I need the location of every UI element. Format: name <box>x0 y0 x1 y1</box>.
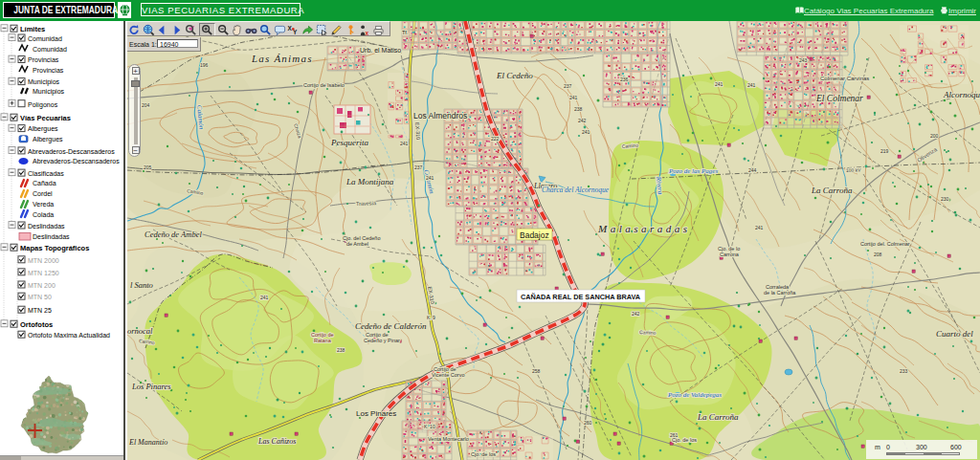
svg-text:230: 230 <box>941 196 949 202</box>
svg-text:Los Pinares: Los Pinares <box>356 409 396 418</box>
svg-text:243: 243 <box>799 57 808 63</box>
svg-text:EX-310: EX-310 <box>414 122 421 141</box>
svg-text:233: 233 <box>900 368 908 374</box>
svg-text:x: x <box>366 30 369 36</box>
svg-text:244: 244 <box>748 167 757 173</box>
svg-text:241: 241 <box>582 129 590 135</box>
svg-text:Pesquerita: Pesquerita <box>330 138 368 147</box>
svg-text:El Cedeño: El Cedeño <box>496 71 533 80</box>
svg-text:Comunidad: Comunidad <box>33 46 67 53</box>
svg-text:Cedeño y Pinar: Cedeño y Pinar <box>364 338 400 343</box>
svg-text:Badajoz: Badajoz <box>520 230 549 240</box>
svg-text:MTN 50: MTN 50 <box>28 294 52 300</box>
svg-text:Cortijo del. Colmenar: Cortijo del. Colmenar <box>860 241 910 247</box>
svg-text:Vicente Corvo: Vicente Corvo <box>432 372 464 378</box>
svg-text:Cjo. de los: Cjo. de los <box>471 451 496 457</box>
svg-text:CAÑADA REAL DE SANCHA BRAVA: CAÑADA REAL DE SANCHA BRAVA <box>521 293 641 301</box>
svg-text:Municipios: Municipios <box>28 78 60 86</box>
svg-text:ornocal: ornocal <box>127 326 153 336</box>
svg-text:Urb. el Matiso: Urb. el Matiso <box>360 47 401 54</box>
svg-text:MTN 2000: MTN 2000 <box>28 257 59 264</box>
svg-text:Cuarto del: Cuarto del <box>936 329 973 339</box>
svg-text:Albergues: Albergues <box>28 125 58 133</box>
svg-text:Las Ánimas: Las Ánimas <box>251 53 313 64</box>
svg-text:Vereda: Vereda <box>33 201 54 208</box>
svg-text:Cortijo de Isabelo: Cortijo de Isabelo <box>303 82 345 88</box>
svg-text:Deslindadas: Deslindadas <box>33 233 70 240</box>
svg-text:Alcornoquill: Alcornoquill <box>943 90 980 99</box>
svg-text:Malasaradas: Malasaradas <box>597 223 691 234</box>
svg-text:Ortofoto Maxima Actualidad: Ortofoto Maxima Actualidad <box>28 332 110 339</box>
svg-text:241: 241 <box>426 175 434 181</box>
svg-text:de la Carroña: de la Carroña <box>764 290 796 296</box>
svg-text:241: 241 <box>755 225 764 230</box>
svg-text:Los Pinares: Los Pinares <box>131 382 171 391</box>
svg-text:El Colmenar: El Colmenar <box>815 94 863 103</box>
svg-text:200: 200 <box>930 133 939 139</box>
svg-text:Cedeño de Ambel: Cedeño de Ambel <box>145 230 202 239</box>
svg-text:238: 238 <box>574 106 583 112</box>
svg-text:Provincias: Provincias <box>28 56 59 63</box>
svg-text:242: 242 <box>578 118 587 123</box>
svg-text:El Manantío: El Manantío <box>128 438 167 447</box>
svg-text:Cedeño de Calderón: Cedeño de Calderón <box>355 321 427 331</box>
svg-text:Venta Montecarlo: Venta Montecarlo <box>428 436 469 442</box>
svg-text:Charca del Alcornoque: Charca del Alcornoque <box>542 186 610 194</box>
svg-text:260: 260 <box>584 420 592 426</box>
svg-text:Clasificadas: Clasificadas <box>28 170 64 177</box>
svg-text:196: 196 <box>200 62 209 68</box>
svg-text:Pozo de las Pages: Pozo de las Pages <box>668 167 718 175</box>
svg-text:Travesía: Travesía <box>356 200 377 207</box>
svg-text:237: 237 <box>564 83 572 89</box>
svg-text:Ratana: Ratana <box>314 338 332 343</box>
svg-text:241: 241 <box>747 82 756 88</box>
svg-text:241: 241 <box>400 141 409 146</box>
svg-text:204: 204 <box>142 102 150 108</box>
svg-text:208: 208 <box>874 252 882 257</box>
svg-text:Pozo de Valdepegas: Pozo de Valdepegas <box>667 391 722 399</box>
svg-text:238: 238 <box>337 347 345 353</box>
svg-text:Ortofotos: Ortofotos <box>20 320 53 329</box>
svg-text:258: 258 <box>532 368 541 374</box>
svg-text:l Santo: l Santo <box>130 280 153 290</box>
svg-text:Los Almendros: Los Almendros <box>413 111 467 120</box>
svg-text:Colmenar Carvinas: Colmenar Carvinas <box>820 76 869 81</box>
svg-text:205: 205 <box>144 164 152 170</box>
svg-text:Comunidad: Comunidad <box>28 35 62 42</box>
svg-text:K. 9: K. 9 <box>427 315 435 320</box>
svg-text:Colada: Colada <box>33 211 54 218</box>
svg-text:Camino: Camino <box>639 329 657 336</box>
svg-text:242: 242 <box>632 311 640 317</box>
svg-text:Polígonos: Polígonos <box>28 101 58 109</box>
svg-text:236: 236 <box>620 77 629 82</box>
svg-text:La Montijana: La Montijana <box>345 177 394 186</box>
svg-text:Abrevaderos-Descansaderos: Abrevaderos-Descansaderos <box>28 148 115 155</box>
svg-text:261: 261 <box>670 432 679 438</box>
svg-text:Las Cañizos: Las Cañizos <box>257 437 296 446</box>
svg-text:241: 241 <box>569 95 578 100</box>
svg-text:Provincias: Provincias <box>33 67 64 74</box>
svg-text:MTN 1250: MTN 1250 <box>28 270 59 276</box>
svg-text:MTN 25: MTN 25 <box>28 307 52 314</box>
svg-text:MTN 200: MTN 200 <box>28 282 56 289</box>
svg-text:Albergues: Albergues <box>33 136 63 143</box>
svg-text:Mapas Topográficos: Mapas Topográficos <box>20 244 89 252</box>
svg-text:222: 222 <box>491 136 500 142</box>
svg-text:Municipios: Municipios <box>33 88 65 96</box>
svg-text:Cordel: Cordel <box>33 190 53 197</box>
svg-text:Abrevaderos-Descansaderos: Abrevaderos-Descansaderos <box>33 158 120 164</box>
svg-text:Cañada: Cañada <box>33 180 56 186</box>
svg-text:La Carroña: La Carroña <box>697 412 739 422</box>
svg-text:241: 241 <box>260 295 269 300</box>
svg-text:219: 219 <box>880 148 889 154</box>
svg-text:La Carroña: La Carroña <box>811 186 853 195</box>
svg-text:Vías Pecuarias: Vías Pecuarias <box>20 114 71 122</box>
svg-text:Carrona: Carrona <box>720 252 740 257</box>
svg-text:Deslindadas: Deslindadas <box>28 223 65 230</box>
svg-text:X: X <box>288 25 293 32</box>
svg-text:Límites: Límites <box>20 25 45 33</box>
svg-text:K. 10: K. 10 <box>424 424 435 429</box>
svg-text:Tf.: Tf. <box>402 30 409 35</box>
svg-text:100 kV: 100 kV <box>846 166 861 173</box>
svg-text:241: 241 <box>715 81 724 87</box>
